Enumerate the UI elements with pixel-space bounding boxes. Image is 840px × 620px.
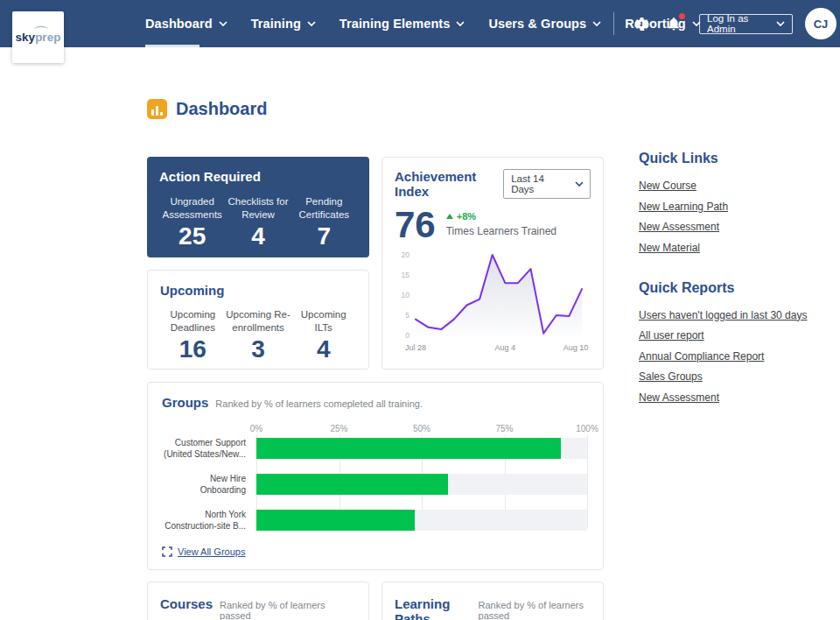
stat-label: Upcoming Deadlines [160, 308, 226, 335]
groups-card: Groups Ranked by % of learners comeplete… [147, 382, 604, 570]
chevron-down-icon [592, 21, 601, 26]
expand-icon [162, 546, 172, 557]
groups-title: Groups [162, 395, 208, 410]
bar-axis-tick: 75% [495, 424, 513, 433]
nav-right-controls: Log In as Admin CJ [613, 0, 836, 47]
svg-text:10: 10 [402, 291, 410, 299]
view-all-groups-link[interactable]: View All Groups [162, 546, 245, 557]
action-required-stats: Ungraded Assessments 25 Checklists for R… [159, 195, 357, 250]
stat-upcoming-ilts[interactable]: Upcoming ILTs 4 [290, 308, 356, 363]
nav-item-dashboard[interactable]: Dashboard [145, 0, 228, 47]
quick-link-new-assessment[interactable]: New Assessment [639, 221, 840, 233]
upcoming-stats: Upcoming Deadlines 16 Upcoming Re-enroll… [160, 308, 356, 363]
stat-value: 16 [160, 335, 226, 363]
quick-report-annual-compliance[interactable]: Annual Compliance Report [639, 350, 840, 363]
svg-text:20: 20 [402, 250, 410, 259]
bar-chart-rows: Customer Support (United States/New...Ne… [162, 437, 589, 532]
stat-upcoming-deadlines[interactable]: Upcoming Deadlines 16 [160, 308, 226, 363]
learning-paths-subtitle: Ranked by % of learners passed [479, 600, 591, 620]
bar-axis-tick: 0% [250, 424, 262, 433]
nav-item-training-elements[interactable]: Training Elements [340, 0, 466, 47]
achievement-line-chart: 05101520Jul 28Aug 4Aug 10 [395, 248, 591, 360]
log-in-as-admin-button[interactable]: Log In as Admin [699, 14, 793, 34]
stat-checklists-for-review[interactable]: Checklists for Review 4 [225, 195, 290, 250]
group-bar-track [256, 510, 587, 531]
page-title: Dashboard [176, 99, 267, 119]
learning-paths-card: Learning Paths Ranked by % of learners p… [382, 581, 604, 620]
logo-sky-text: sky [16, 31, 36, 44]
stat-upcoming-reenrollments[interactable]: Upcoming Re-enrollments 3 [226, 308, 291, 363]
right-sidebar: Quick Links New Course New Learning Path… [639, 151, 840, 412]
quick-link-new-material[interactable]: New Material [639, 242, 840, 254]
stat-value: 3 [226, 335, 291, 363]
nav-item-label: Training [251, 17, 301, 31]
achievement-index-card: Achievement Index Last 14 Days 76 +8% Ti… [382, 157, 604, 370]
stat-label: Pending Certificates [291, 195, 357, 222]
group-bar-label: North York Construction-site B... [162, 509, 246, 532]
chevron-down-icon [307, 21, 316, 26]
avatar-initials: CJ [814, 18, 829, 31]
group-bar-track [256, 474, 587, 495]
date-range-select[interactable]: Last 14 Days [503, 169, 591, 199]
group-bar [256, 510, 415, 531]
stat-label: Checklists for Review [225, 195, 290, 222]
quick-report-new-assessment[interactable]: New Assessment [639, 391, 840, 404]
group-bar-row[interactable]: North York Construction-site B... [162, 509, 589, 532]
page-title-row: Dashboard [147, 99, 267, 119]
group-bar-label: Customer Support (United States/New... [162, 437, 246, 460]
quick-link-new-learning-path[interactable]: New Learning Path [639, 201, 840, 213]
group-bar [256, 474, 448, 495]
bar-axis-tick: 100% [576, 424, 598, 433]
date-range-value: Last 14 Days [511, 173, 564, 194]
stat-label: Upcoming Re-enrollments [226, 308, 291, 335]
stat-value: 4 [225, 222, 290, 250]
nav-item-label: Training Elements [340, 17, 451, 31]
view-all-groups-label: View All Groups [178, 546, 245, 557]
delta-value: +8% [457, 211, 476, 222]
bar-axis-tick: 50% [413, 424, 430, 433]
group-bar-row[interactable]: Customer Support (United States/New... [162, 437, 589, 460]
quick-report-all-user-report[interactable]: All user report [639, 329, 840, 342]
group-bar-track [256, 438, 587, 459]
bar-axis-tick: 25% [330, 424, 347, 433]
skyprep-logo[interactable]: skyprep [12, 11, 64, 63]
svg-text:Aug 10: Aug 10 [564, 343, 589, 352]
group-bar-label: New Hire Onboarding [162, 473, 246, 496]
svg-text:Aug 4: Aug 4 [495, 343, 516, 352]
user-avatar[interactable]: CJ [805, 8, 836, 39]
achievement-score-row: 76 +8% Times Learners Trained [395, 208, 591, 243]
stat-value: 25 [159, 222, 225, 250]
settings-gear-icon[interactable] [632, 14, 651, 33]
chevron-down-icon [219, 21, 228, 26]
stat-label: Upcoming ILTs [290, 308, 356, 335]
nav-item-users-groups[interactable]: Users & Groups [488, 0, 601, 47]
action-required-title: Action Required [159, 169, 357, 184]
courses-title: Courses [160, 596, 213, 611]
gridline [587, 435, 588, 528]
nav-divider [613, 12, 614, 35]
nav-item-training[interactable]: Training [251, 0, 316, 47]
quick-link-new-course[interactable]: New Course [639, 180, 840, 192]
group-bar [256, 438, 561, 459]
chevron-down-icon [456, 21, 465, 26]
quick-links-title: Quick Links [639, 151, 840, 166]
upcoming-card: Upcoming Upcoming Deadlines 16 Upcoming … [147, 270, 369, 370]
quick-report-users-not-logged-in[interactable]: Users haven't logged in last 30 days [639, 309, 840, 321]
stat-label: Ungraded Assessments [159, 195, 225, 222]
stat-pending-certificates[interactable]: Pending Certificates 7 [291, 195, 357, 250]
stat-ungraded-assessments[interactable]: Ungraded Assessments 25 [159, 195, 225, 250]
logo-prep-text: prep [35, 31, 60, 44]
admin-button-label: Log In as Admin [707, 13, 776, 34]
top-navbar: Dashboard Training Training Elements Use… [0, 0, 840, 47]
dashboard-chart-icon [147, 99, 167, 119]
stat-value: 4 [290, 335, 356, 363]
quick-report-sales-groups[interactable]: Sales Groups [639, 370, 840, 383]
achievement-subtitle: Times Learners Trained [446, 225, 556, 237]
dashboard-screen: Dashboard Training Training Elements Use… [0, 0, 840, 620]
notifications-bell-icon[interactable] [664, 14, 683, 33]
achievement-score: 76 [395, 208, 436, 243]
groups-bar-chart: 0%25%50%75%100% Customer Support (United… [162, 424, 589, 532]
courses-card: Courses Ranked by % of learners passed [147, 581, 369, 620]
group-bar-row[interactable]: New Hire Onboarding [162, 473, 589, 496]
action-required-card: Action Required Ungraded Assessments 25 … [147, 157, 369, 257]
